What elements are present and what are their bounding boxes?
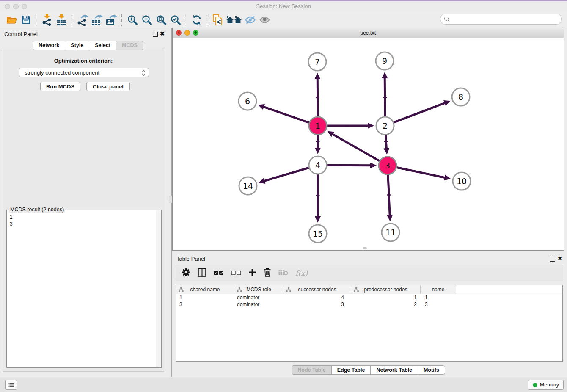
tab-style[interactable]: Style	[65, 41, 89, 50]
result-scrollbar[interactable]	[156, 210, 161, 367]
cell-mcds-role[interactable]: dominator	[234, 301, 284, 308]
control-panel-close-icon[interactable]: ✖	[160, 31, 165, 36]
table-row[interactable]: 3dominator323	[176, 301, 562, 308]
tab-edge-table[interactable]: Edge Table	[331, 365, 371, 375]
graph-node-6[interactable]: 6	[239, 92, 256, 110]
zoom-out-icon[interactable]	[140, 13, 154, 27]
tab-mcds[interactable]: MCDS	[116, 41, 143, 50]
canvas-hscrollbar[interactable]	[363, 247, 367, 249]
svg-text:14: 14	[243, 181, 253, 190]
save-session-icon[interactable]	[19, 13, 33, 27]
delete-trash-icon[interactable]	[264, 268, 271, 279]
cell-predecessor-nodes[interactable]: 2	[351, 301, 421, 308]
export-table-icon[interactable]	[90, 13, 104, 27]
graph-node-4[interactable]: 4	[309, 156, 327, 174]
edge-arrow-icon	[368, 123, 374, 129]
table-panel-float-icon[interactable]	[550, 257, 555, 262]
function-builder-icon[interactable]: f(x)	[295, 269, 308, 277]
edge-arrow-icon	[315, 148, 321, 154]
cell-name[interactable]: 3	[421, 301, 456, 308]
cell-successor-nodes[interactable]: 3	[284, 301, 351, 308]
open-session-icon[interactable]	[4, 13, 19, 27]
status-bar: Memory	[0, 377, 567, 392]
apply-layout-icon[interactable]	[190, 13, 204, 27]
tab-network[interactable]: Network	[33, 41, 65, 50]
show-columns-icon[interactable]	[198, 268, 206, 279]
tab-select[interactable]: Select	[89, 41, 116, 50]
column-header-successor-nodes[interactable]: successor nodes	[284, 285, 351, 294]
cell-shared-name[interactable]: 1	[176, 294, 234, 301]
cell-shared-name[interactable]: 3	[176, 301, 234, 308]
svg-text:9: 9	[382, 56, 387, 66]
add-icon[interactable]	[248, 268, 256, 278]
import-network-icon[interactable]	[40, 13, 54, 27]
edge-label-mark	[347, 165, 351, 166]
deselect-all-icon[interactable]	[231, 269, 241, 277]
svg-text:6: 6	[245, 97, 250, 106]
table-row[interactable]: 1dominator411	[176, 294, 562, 301]
edge-arrow-icon	[444, 175, 451, 181]
column-header-predecessor-nodes[interactable]: predecessor nodes	[351, 285, 421, 294]
hide-selected-icon[interactable]	[243, 13, 257, 27]
svg-text:10: 10	[457, 177, 467, 186]
graph-node-14[interactable]: 14	[239, 177, 257, 195]
edge-arrow-icon	[383, 148, 389, 155]
column-header-name[interactable]: name	[421, 285, 456, 294]
graph-edge-1-7[interactable]	[317, 78, 318, 116]
tab-node-table[interactable]: Node Table	[292, 365, 331, 375]
first-neighbors-icon[interactable]	[225, 13, 243, 27]
column-header-shared-name[interactable]: shared name	[176, 285, 234, 294]
graph-edge-2-9[interactable]	[385, 77, 385, 116]
export-network-icon[interactable]	[75, 13, 90, 27]
graph-edge-3-11[interactable]	[388, 175, 390, 216]
edge-arrow-icon	[370, 163, 377, 168]
graph-node-15[interactable]: 15	[309, 225, 327, 243]
search-input[interactable]	[452, 16, 558, 23]
graph-node-7[interactable]: 7	[308, 53, 326, 71]
zoom-fit-icon[interactable]	[154, 13, 168, 27]
cell-mcds-role[interactable]: dominator	[234, 294, 284, 301]
graph-edge-2-3[interactable]	[385, 135, 386, 149]
graph-node-3[interactable]: 3	[379, 157, 396, 174]
graph-node-8[interactable]: 8	[452, 88, 470, 106]
control-panel-float-icon[interactable]	[153, 32, 158, 37]
node-table: shared nameMCDS rolesuccessor nodesprede…	[176, 285, 563, 362]
window-title: Session: New Session	[0, 1, 567, 11]
zoom-selected-icon[interactable]	[168, 13, 183, 27]
toolbar-separator	[207, 14, 208, 26]
cell-predecessor-nodes[interactable]: 1	[351, 294, 421, 301]
delete-table-icon[interactable]	[278, 269, 288, 277]
tab-network-table[interactable]: Network Table	[370, 365, 418, 375]
column-header-mcds-role[interactable]: MCDS role	[234, 285, 284, 294]
select-all-icon[interactable]	[214, 269, 224, 277]
task-history-button[interactable]	[5, 380, 17, 390]
edge-arrow-icon	[314, 73, 320, 79]
edge-arrow-icon	[382, 72, 388, 78]
duplicate-network-icon[interactable]	[211, 13, 225, 27]
network-window-titlebar[interactable]: ✕ ─ ✚ scc.txt	[173, 28, 564, 38]
graph-node-2[interactable]: 2	[376, 117, 394, 135]
run-mcds-button[interactable]: Run MCDS	[40, 82, 80, 91]
close-panel-button[interactable]: Close panel	[86, 82, 130, 91]
show-all-icon[interactable]	[257, 13, 272, 27]
search-icon	[444, 16, 450, 22]
memory-button[interactable]: Memory	[528, 380, 564, 390]
control-panel-body: Optimization criterion: strongly connect…	[3, 50, 164, 372]
search-box[interactable]	[440, 14, 562, 25]
tab-motifs[interactable]: Motifs	[418, 365, 445, 375]
graph-node-9[interactable]: 9	[376, 52, 394, 70]
zoom-in-icon[interactable]	[125, 13, 140, 27]
graph-node-11[interactable]: 11	[382, 224, 399, 241]
table-panel-close-icon[interactable]: ✖	[558, 256, 562, 261]
svg-text:8: 8	[458, 92, 463, 102]
export-image-icon[interactable]	[104, 13, 118, 27]
criterion-dropdown[interactable]: strongly connected component	[19, 68, 149, 77]
network-canvas[interactable]: 7968124314101511	[173, 38, 564, 250]
graph-node-1[interactable]: 1	[309, 117, 327, 135]
table-settings-gear-icon[interactable]	[182, 268, 190, 279]
svg-text:4: 4	[315, 160, 320, 170]
import-table-icon[interactable]	[54, 13, 69, 27]
cell-successor-nodes[interactable]: 4	[284, 294, 351, 301]
graph-node-10[interactable]: 10	[453, 172, 471, 190]
cell-name[interactable]: 1	[421, 294, 456, 301]
